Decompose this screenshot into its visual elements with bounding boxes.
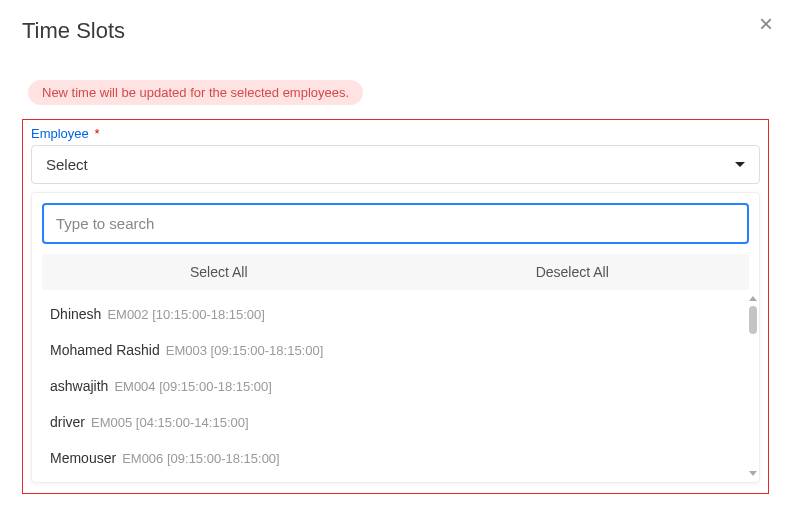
employee-dropdown-panel: Select All Deselect All Dhinesh EM002 [1… bbox=[31, 192, 760, 483]
deselect-all-button[interactable]: Deselect All bbox=[396, 254, 750, 290]
scroll-down-icon bbox=[749, 471, 757, 476]
employee-option[interactable]: driver EM005 [04:15:00-14:15:00] bbox=[32, 404, 759, 440]
select-all-button[interactable]: Select All bbox=[42, 254, 396, 290]
employee-label: Employee * bbox=[31, 126, 760, 141]
option-name: driver bbox=[50, 414, 85, 430]
close-button[interactable]: × bbox=[759, 12, 773, 36]
option-name: Dhinesh bbox=[50, 306, 101, 322]
options-wrapper: Dhinesh EM002 [10:15:00-18:15:00] Mohame… bbox=[32, 290, 759, 482]
employee-label-text: Employee bbox=[31, 126, 89, 141]
scroll-thumb[interactable] bbox=[749, 306, 757, 334]
option-name: Memouser bbox=[50, 450, 116, 466]
option-meta: EM004 [09:15:00-18:15:00] bbox=[114, 379, 272, 394]
chevron-down-icon bbox=[735, 162, 745, 167]
option-meta: EM002 [10:15:00-18:15:00] bbox=[107, 307, 265, 322]
employee-select[interactable]: Select bbox=[31, 145, 760, 184]
option-name: ashwajith bbox=[50, 378, 108, 394]
scrollbar[interactable] bbox=[749, 296, 757, 476]
select-action-row: Select All Deselect All bbox=[42, 254, 749, 290]
info-banner: New time will be updated for the selecte… bbox=[28, 80, 363, 105]
option-name: Mohamed Rashid bbox=[50, 342, 160, 358]
option-meta: EM005 [04:15:00-14:15:00] bbox=[91, 415, 249, 430]
employee-option[interactable]: Mohamed Rashid EM003 [09:15:00-18:15:00] bbox=[32, 332, 759, 368]
employee-form-box: Employee * Select Select All Deselect Al… bbox=[22, 119, 769, 494]
modal-title: Time Slots bbox=[22, 18, 769, 44]
employee-option[interactable]: Memouser EM006 [09:15:00-18:15:00] bbox=[32, 440, 759, 476]
required-asterisk: * bbox=[94, 126, 99, 141]
option-meta: EM006 [09:15:00-18:15:00] bbox=[122, 451, 280, 466]
time-slots-modal: × Time Slots New time will be updated fo… bbox=[0, 0, 791, 512]
search-wrapper bbox=[32, 203, 759, 254]
select-placeholder: Select bbox=[46, 156, 88, 173]
employee-option[interactable]: ashwajith EM004 [09:15:00-18:15:00] bbox=[32, 368, 759, 404]
option-meta: EM003 [09:15:00-18:15:00] bbox=[166, 343, 324, 358]
scroll-up-icon bbox=[749, 296, 757, 301]
options-list[interactable]: Dhinesh EM002 [10:15:00-18:15:00] Mohame… bbox=[32, 290, 759, 482]
employee-option[interactable]: Dhinesh EM002 [10:15:00-18:15:00] bbox=[32, 296, 759, 332]
search-input[interactable] bbox=[42, 203, 749, 244]
